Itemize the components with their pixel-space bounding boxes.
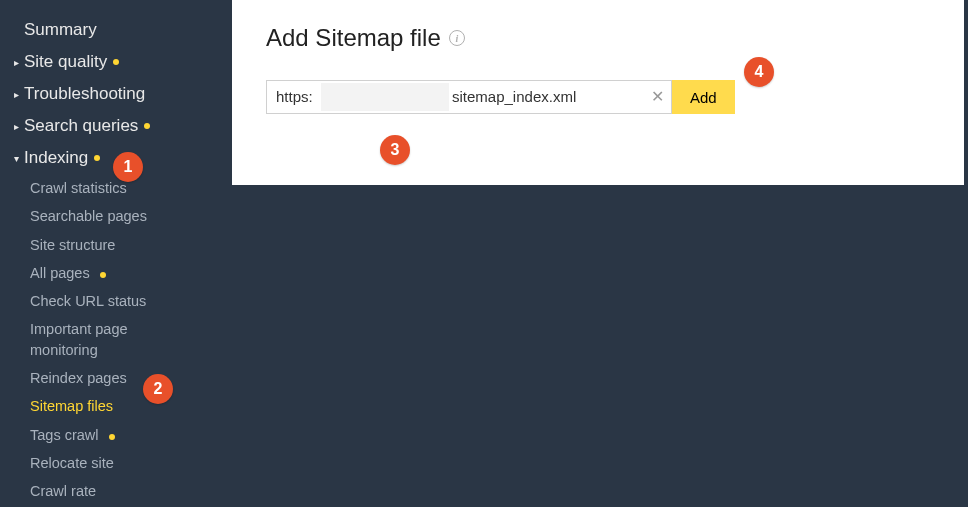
- annotation-callout-4: 4: [744, 57, 774, 87]
- app-root: Summary ▸ Site quality ▸ Troubleshooting…: [0, 0, 968, 507]
- main-area: Add Sitemap file i ✕ https:sitemap_index…: [232, 0, 968, 507]
- sidebar-label: Search queries: [24, 116, 138, 136]
- status-dot-icon: [94, 155, 100, 161]
- sidebar-sub-check-url-status[interactable]: Check URL status: [0, 287, 232, 315]
- caret-right-icon: ▸: [14, 57, 24, 68]
- annotation-callout-3: 3: [380, 135, 410, 165]
- sidebar-item-summary[interactable]: Summary: [0, 14, 232, 46]
- sidebar-sub-important-page-monitoring[interactable]: Important page monitoring: [0, 315, 160, 364]
- status-dot-icon: [100, 272, 106, 278]
- sidebar-label: Site quality: [24, 52, 107, 72]
- sidebar-sub-relocate-site[interactable]: Relocate site: [0, 449, 232, 477]
- caret-right-icon: ▸: [14, 89, 24, 100]
- add-button[interactable]: Add: [672, 80, 735, 114]
- sidebar-sub-reindex-pages[interactable]: Reindex pages: [0, 364, 232, 392]
- sidebar-sub-searchable-pages[interactable]: Searchable pages: [0, 202, 232, 230]
- sidebar-item-troubleshooting[interactable]: ▸ Troubleshooting: [0, 78, 232, 110]
- clear-input-icon[interactable]: ✕: [651, 89, 664, 105]
- sidebar-label: Troubleshooting: [24, 84, 145, 104]
- sidebar-sub-all-pages[interactable]: All pages: [0, 259, 232, 287]
- panel-title-text: Add Sitemap file: [266, 24, 441, 52]
- sitemap-input-wrap: ✕ https:sitemap_index.xml: [266, 80, 672, 114]
- sidebar: Summary ▸ Site quality ▸ Troubleshooting…: [0, 0, 232, 507]
- sidebar-sub-site-structure[interactable]: Site structure: [0, 231, 232, 259]
- status-dot-icon: [113, 59, 119, 65]
- sidebar-label: Summary: [24, 20, 97, 40]
- info-icon[interactable]: i: [449, 30, 465, 46]
- sidebar-item-site-quality[interactable]: ▸ Site quality: [0, 46, 232, 78]
- annotation-callout-2: 2: [143, 374, 173, 404]
- caret-right-icon: ▸: [14, 121, 24, 132]
- sidebar-sub-crawl-rate[interactable]: Crawl rate: [0, 477, 232, 505]
- sidebar-sub-tags-crawl[interactable]: Tags crawl: [0, 421, 232, 449]
- sidebar-sub-crawl-statistics[interactable]: Crawl statistics: [0, 174, 232, 202]
- panel-title: Add Sitemap file i: [266, 24, 930, 52]
- sidebar-item-search-queries[interactable]: ▸ Search queries: [0, 110, 232, 142]
- redacted-overlay: [321, 83, 449, 111]
- sidebar-sub-label: All pages: [30, 265, 90, 281]
- sidebar-sub-sitemap-files[interactable]: Sitemap files: [0, 392, 232, 420]
- caret-down-icon: ▾: [14, 153, 24, 164]
- add-sitemap-panel: Add Sitemap file i ✕ https:sitemap_index…: [232, 0, 964, 185]
- sidebar-sub-label: Tags crawl: [30, 427, 99, 443]
- annotation-callout-1: 1: [113, 152, 143, 182]
- sidebar-label: Indexing: [24, 148, 88, 168]
- status-dot-icon: [144, 123, 150, 129]
- sitemap-input-row: ✕ https:sitemap_index.xml Add: [266, 80, 930, 114]
- status-dot-icon: [109, 434, 115, 440]
